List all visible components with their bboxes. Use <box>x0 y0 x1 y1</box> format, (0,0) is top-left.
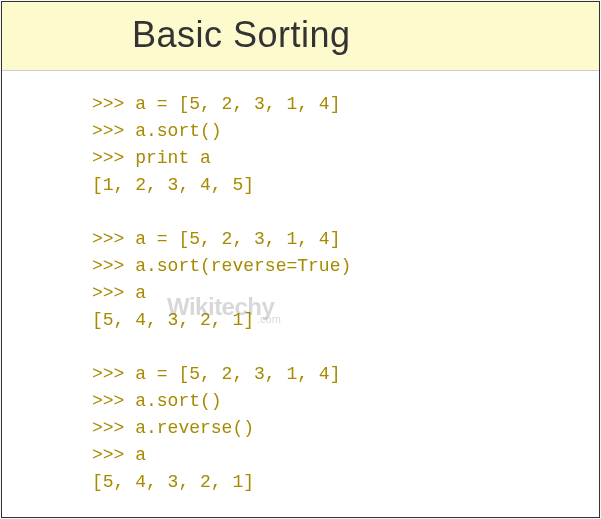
code-line: >>> a.sort(reverse=True) <box>92 253 599 280</box>
code-line: >>> a <box>92 280 599 307</box>
code-block: Wikitechy .com >>> a = [5, 2, 3, 1, 4]>>… <box>2 71 599 516</box>
code-line: >>> print a <box>92 145 599 172</box>
slide-title: Basic Sorting <box>132 14 599 56</box>
code-line: >>> a = [5, 2, 3, 1, 4] <box>92 361 599 388</box>
code-line: >>> a.reverse() <box>92 415 599 442</box>
code-lines-container: >>> a = [5, 2, 3, 1, 4]>>> a.sort()>>> p… <box>92 91 599 496</box>
code-line: >>> a = [5, 2, 3, 1, 4] <box>92 91 599 118</box>
code-line: [5, 4, 3, 2, 1] <box>92 307 599 334</box>
code-line: [5, 4, 3, 2, 1] <box>92 469 599 496</box>
code-line: >>> a.sort() <box>92 388 599 415</box>
blank-line <box>92 334 599 361</box>
slide-header: Basic Sorting <box>2 2 599 71</box>
slide-container: Basic Sorting Wikitechy .com >>> a = [5,… <box>1 1 600 518</box>
blank-line <box>92 199 599 226</box>
code-line: >>> a.sort() <box>92 118 599 145</box>
code-line: >>> a = [5, 2, 3, 1, 4] <box>92 226 599 253</box>
code-line: >>> a <box>92 442 599 469</box>
code-line: [1, 2, 3, 4, 5] <box>92 172 599 199</box>
